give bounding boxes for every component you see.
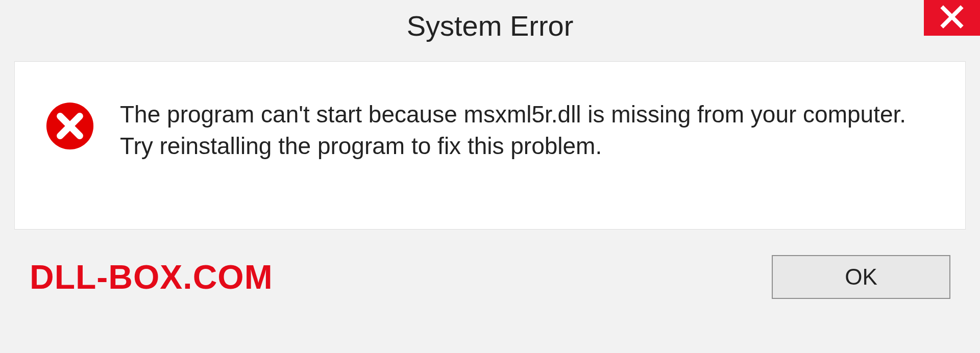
watermark-text: DLL-BOX.COM [30,258,273,296]
error-icon [45,102,94,150]
ok-button[interactable]: OK [772,255,950,299]
error-message: The program can't start because msxml5r.… [120,98,935,162]
content-panel: The program can't start because msxml5r.… [14,61,966,230]
ok-button-label: OK [845,264,877,290]
titlebar: System Error [0,0,980,51]
close-icon [940,5,964,31]
dialog-title: System Error [407,9,574,42]
close-button[interactable] [924,0,980,36]
footer: DLL-BOX.COM OK [14,230,966,319]
